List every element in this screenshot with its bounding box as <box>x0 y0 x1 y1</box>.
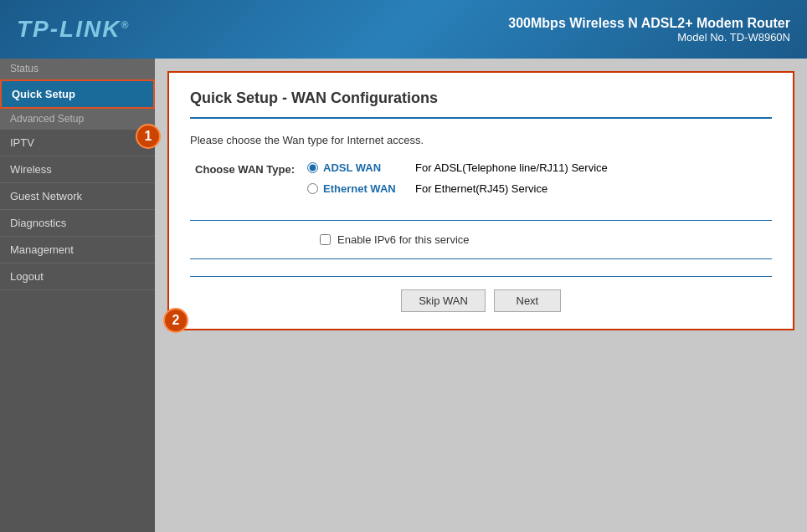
sidebar-item-guest-network[interactable]: Guest Network <box>0 183 155 210</box>
sidebar-item-iptv[interactable]: IPTV <box>0 130 155 156</box>
ethernet-wan-option[interactable]: Ethernet WAN For Ethernet(RJ45) Service <box>307 182 772 195</box>
annotation-1: 1 <box>136 124 161 149</box>
divider-1 <box>190 220 772 221</box>
logo-registered: ® <box>121 19 130 31</box>
button-row: Skip WAN Next <box>190 276 772 312</box>
model-number: Model No. TD-W8960N <box>508 31 790 43</box>
logo: TP-LINK® <box>17 16 130 43</box>
sidebar-item-quick-setup[interactable]: Quick Setup <box>0 79 155 109</box>
sidebar-item-advanced-setup[interactable]: Advanced Setup <box>0 109 155 130</box>
header-product-info: 300Mbps Wireless N ADSL2+ Modem Router M… <box>508 16 790 43</box>
adsl-wan-name: ADSL WAN <box>323 161 415 174</box>
adsl-wan-radio[interactable] <box>307 162 318 173</box>
main-layout: Status Quick Setup Advanced Setup IPTV W… <box>0 59 807 532</box>
page-title: Quick Setup - WAN Configurations <box>190 90 772 119</box>
header: TP-LINK® 300Mbps Wireless N ADSL2+ Modem… <box>0 0 807 59</box>
annotation-2: 2 <box>163 308 188 333</box>
divider-2 <box>190 258 772 259</box>
product-title: 300Mbps Wireless N ADSL2+ Modem Router <box>508 16 790 31</box>
wan-options-list: ADSL WAN For ADSL(Telephone line/RJ11) S… <box>307 161 772 203</box>
ethernet-wan-name: Ethernet WAN <box>323 182 415 195</box>
sidebar-item-wireless[interactable]: Wireless <box>0 156 155 183</box>
adsl-wan-description: For ADSL(Telephone line/RJ11) Service <box>415 161 608 174</box>
sidebar-item-diagnostics[interactable]: Diagnostics <box>0 210 155 237</box>
wan-type-label: Choose WAN Type: <box>190 163 307 176</box>
sidebar: Status Quick Setup Advanced Setup IPTV W… <box>0 59 155 532</box>
sidebar-item-management[interactable]: Management <box>0 237 155 263</box>
skip-wan-button[interactable]: Skip WAN <box>401 289 486 312</box>
content-area: Quick Setup - WAN Configurations Please … <box>155 59 807 532</box>
ethernet-wan-radio[interactable] <box>307 183 318 194</box>
ipv6-checkbox[interactable] <box>320 234 331 245</box>
wan-type-section: Choose WAN Type: ADSL WAN For ADSL(Telep… <box>190 161 772 203</box>
sidebar-item-status[interactable]: Status <box>0 59 155 79</box>
wan-config-card: Quick Setup - WAN Configurations Please … <box>167 71 794 330</box>
ipv6-label: Enable IPv6 for this service <box>337 233 470 246</box>
ethernet-wan-description: For Ethernet(RJ45) Service <box>415 182 547 195</box>
page-subtitle: Please choose the Wan type for Internet … <box>190 134 772 146</box>
adsl-wan-option[interactable]: ADSL WAN For ADSL(Telephone line/RJ11) S… <box>307 161 772 174</box>
logo-text: TP-LINK <box>17 16 121 42</box>
sidebar-item-logout[interactable]: Logout <box>0 263 155 290</box>
ipv6-section[interactable]: Enable IPv6 for this service <box>320 233 772 246</box>
next-button[interactable]: Next <box>494 289 561 312</box>
